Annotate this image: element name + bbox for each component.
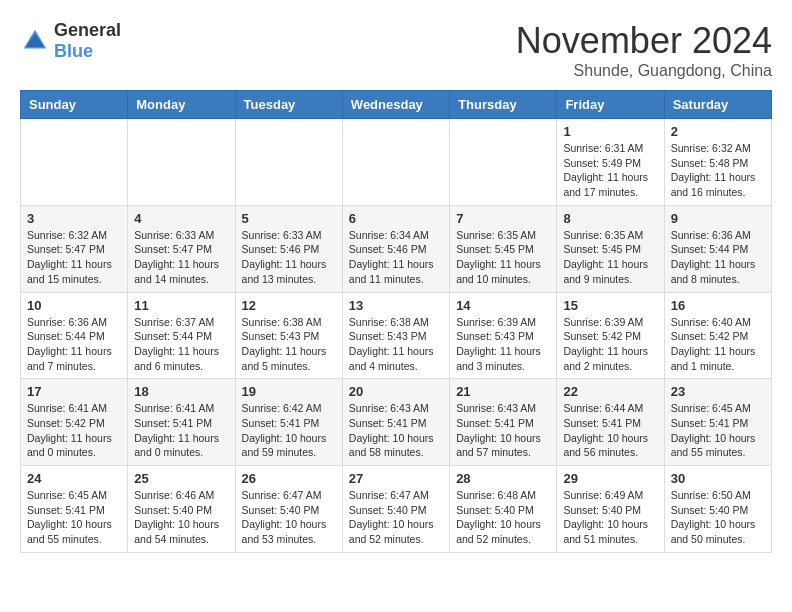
header-row: SundayMondayTuesdayWednesdayThursdayFrid… — [21, 91, 772, 119]
day-number: 7 — [456, 211, 550, 226]
day-number: 1 — [563, 124, 657, 139]
day-number: 8 — [563, 211, 657, 226]
day-number: 3 — [27, 211, 121, 226]
day-number: 27 — [349, 471, 443, 486]
day-number: 2 — [671, 124, 765, 139]
day-number: 18 — [134, 384, 228, 399]
day-of-week-header: Friday — [557, 91, 664, 119]
calendar-cell: 26Sunrise: 6:47 AM Sunset: 5:40 PM Dayli… — [235, 466, 342, 553]
day-info: Sunrise: 6:47 AM Sunset: 5:40 PM Dayligh… — [242, 488, 336, 547]
day-info: Sunrise: 6:42 AM Sunset: 5:41 PM Dayligh… — [242, 401, 336, 460]
day-info: Sunrise: 6:43 AM Sunset: 5:41 PM Dayligh… — [456, 401, 550, 460]
calendar-cell: 17Sunrise: 6:41 AM Sunset: 5:42 PM Dayli… — [21, 379, 128, 466]
day-number: 22 — [563, 384, 657, 399]
logo-blue: Blue — [54, 41, 93, 61]
day-of-week-header: Saturday — [664, 91, 771, 119]
day-number: 6 — [349, 211, 443, 226]
day-info: Sunrise: 6:38 AM Sunset: 5:43 PM Dayligh… — [349, 315, 443, 374]
day-info: Sunrise: 6:50 AM Sunset: 5:40 PM Dayligh… — [671, 488, 765, 547]
day-number: 15 — [563, 298, 657, 313]
calendar-cell: 1Sunrise: 6:31 AM Sunset: 5:49 PM Daylig… — [557, 119, 664, 206]
day-info: Sunrise: 6:47 AM Sunset: 5:40 PM Dayligh… — [349, 488, 443, 547]
calendar-cell: 15Sunrise: 6:39 AM Sunset: 5:42 PM Dayli… — [557, 292, 664, 379]
day-info: Sunrise: 6:41 AM Sunset: 5:41 PM Dayligh… — [134, 401, 228, 460]
day-number: 10 — [27, 298, 121, 313]
day-of-week-header: Monday — [128, 91, 235, 119]
calendar-cell: 21Sunrise: 6:43 AM Sunset: 5:41 PM Dayli… — [450, 379, 557, 466]
day-info: Sunrise: 6:35 AM Sunset: 5:45 PM Dayligh… — [456, 228, 550, 287]
day-of-week-header: Sunday — [21, 91, 128, 119]
day-info: Sunrise: 6:39 AM Sunset: 5:43 PM Dayligh… — [456, 315, 550, 374]
calendar-week-row: 1Sunrise: 6:31 AM Sunset: 5:49 PM Daylig… — [21, 119, 772, 206]
calendar-cell: 14Sunrise: 6:39 AM Sunset: 5:43 PM Dayli… — [450, 292, 557, 379]
day-number: 11 — [134, 298, 228, 313]
day-number: 13 — [349, 298, 443, 313]
calendar-cell — [21, 119, 128, 206]
day-info: Sunrise: 6:40 AM Sunset: 5:42 PM Dayligh… — [671, 315, 765, 374]
day-info: Sunrise: 6:33 AM Sunset: 5:46 PM Dayligh… — [242, 228, 336, 287]
day-number: 4 — [134, 211, 228, 226]
calendar-cell: 23Sunrise: 6:45 AM Sunset: 5:41 PM Dayli… — [664, 379, 771, 466]
day-number: 30 — [671, 471, 765, 486]
calendar-cell: 18Sunrise: 6:41 AM Sunset: 5:41 PM Dayli… — [128, 379, 235, 466]
calendar-cell: 24Sunrise: 6:45 AM Sunset: 5:41 PM Dayli… — [21, 466, 128, 553]
day-info: Sunrise: 6:35 AM Sunset: 5:45 PM Dayligh… — [563, 228, 657, 287]
day-info: Sunrise: 6:49 AM Sunset: 5:40 PM Dayligh… — [563, 488, 657, 547]
calendar-cell: 4Sunrise: 6:33 AM Sunset: 5:47 PM Daylig… — [128, 205, 235, 292]
day-number: 25 — [134, 471, 228, 486]
day-info: Sunrise: 6:33 AM Sunset: 5:47 PM Dayligh… — [134, 228, 228, 287]
calendar-week-row: 24Sunrise: 6:45 AM Sunset: 5:41 PM Dayli… — [21, 466, 772, 553]
calendar-body: 1Sunrise: 6:31 AM Sunset: 5:49 PM Daylig… — [21, 119, 772, 553]
title-section: November 2024 Shunde, Guangdong, China — [516, 20, 772, 80]
calendar-cell: 2Sunrise: 6:32 AM Sunset: 5:48 PM Daylig… — [664, 119, 771, 206]
day-info: Sunrise: 6:36 AM Sunset: 5:44 PM Dayligh… — [27, 315, 121, 374]
calendar-cell — [342, 119, 449, 206]
day-of-week-header: Tuesday — [235, 91, 342, 119]
calendar-cell: 3Sunrise: 6:32 AM Sunset: 5:47 PM Daylig… — [21, 205, 128, 292]
calendar-header: SundayMondayTuesdayWednesdayThursdayFrid… — [21, 91, 772, 119]
day-info: Sunrise: 6:45 AM Sunset: 5:41 PM Dayligh… — [27, 488, 121, 547]
day-number: 28 — [456, 471, 550, 486]
day-number: 23 — [671, 384, 765, 399]
day-info: Sunrise: 6:38 AM Sunset: 5:43 PM Dayligh… — [242, 315, 336, 374]
calendar-week-row: 17Sunrise: 6:41 AM Sunset: 5:42 PM Dayli… — [21, 379, 772, 466]
logo-general: General — [54, 20, 121, 40]
calendar-cell: 6Sunrise: 6:34 AM Sunset: 5:46 PM Daylig… — [342, 205, 449, 292]
day-number: 20 — [349, 384, 443, 399]
calendar-cell: 5Sunrise: 6:33 AM Sunset: 5:46 PM Daylig… — [235, 205, 342, 292]
calendar-cell — [450, 119, 557, 206]
calendar-cell: 10Sunrise: 6:36 AM Sunset: 5:44 PM Dayli… — [21, 292, 128, 379]
day-number: 5 — [242, 211, 336, 226]
calendar-cell: 9Sunrise: 6:36 AM Sunset: 5:44 PM Daylig… — [664, 205, 771, 292]
page-header: General Blue November 2024 Shunde, Guang… — [20, 20, 772, 80]
calendar-cell: 7Sunrise: 6:35 AM Sunset: 5:45 PM Daylig… — [450, 205, 557, 292]
day-info: Sunrise: 6:41 AM Sunset: 5:42 PM Dayligh… — [27, 401, 121, 460]
day-number: 19 — [242, 384, 336, 399]
day-number: 29 — [563, 471, 657, 486]
calendar-cell: 30Sunrise: 6:50 AM Sunset: 5:40 PM Dayli… — [664, 466, 771, 553]
day-number: 12 — [242, 298, 336, 313]
calendar-cell: 13Sunrise: 6:38 AM Sunset: 5:43 PM Dayli… — [342, 292, 449, 379]
calendar-cell: 28Sunrise: 6:48 AM Sunset: 5:40 PM Dayli… — [450, 466, 557, 553]
day-info: Sunrise: 6:48 AM Sunset: 5:40 PM Dayligh… — [456, 488, 550, 547]
day-number: 14 — [456, 298, 550, 313]
calendar-cell: 29Sunrise: 6:49 AM Sunset: 5:40 PM Dayli… — [557, 466, 664, 553]
day-of-week-header: Thursday — [450, 91, 557, 119]
day-of-week-header: Wednesday — [342, 91, 449, 119]
calendar-week-row: 3Sunrise: 6:32 AM Sunset: 5:47 PM Daylig… — [21, 205, 772, 292]
calendar-cell: 25Sunrise: 6:46 AM Sunset: 5:40 PM Dayli… — [128, 466, 235, 553]
logo-icon — [20, 26, 50, 56]
day-info: Sunrise: 6:36 AM Sunset: 5:44 PM Dayligh… — [671, 228, 765, 287]
calendar-cell: 20Sunrise: 6:43 AM Sunset: 5:41 PM Dayli… — [342, 379, 449, 466]
logo: General Blue — [20, 20, 121, 62]
day-info: Sunrise: 6:43 AM Sunset: 5:41 PM Dayligh… — [349, 401, 443, 460]
day-info: Sunrise: 6:39 AM Sunset: 5:42 PM Dayligh… — [563, 315, 657, 374]
calendar-cell — [128, 119, 235, 206]
calendar-cell: 11Sunrise: 6:37 AM Sunset: 5:44 PM Dayli… — [128, 292, 235, 379]
calendar-cell: 12Sunrise: 6:38 AM Sunset: 5:43 PM Dayli… — [235, 292, 342, 379]
day-info: Sunrise: 6:32 AM Sunset: 5:48 PM Dayligh… — [671, 141, 765, 200]
calendar-cell — [235, 119, 342, 206]
calendar-cell: 8Sunrise: 6:35 AM Sunset: 5:45 PM Daylig… — [557, 205, 664, 292]
day-info: Sunrise: 6:37 AM Sunset: 5:44 PM Dayligh… — [134, 315, 228, 374]
day-number: 21 — [456, 384, 550, 399]
